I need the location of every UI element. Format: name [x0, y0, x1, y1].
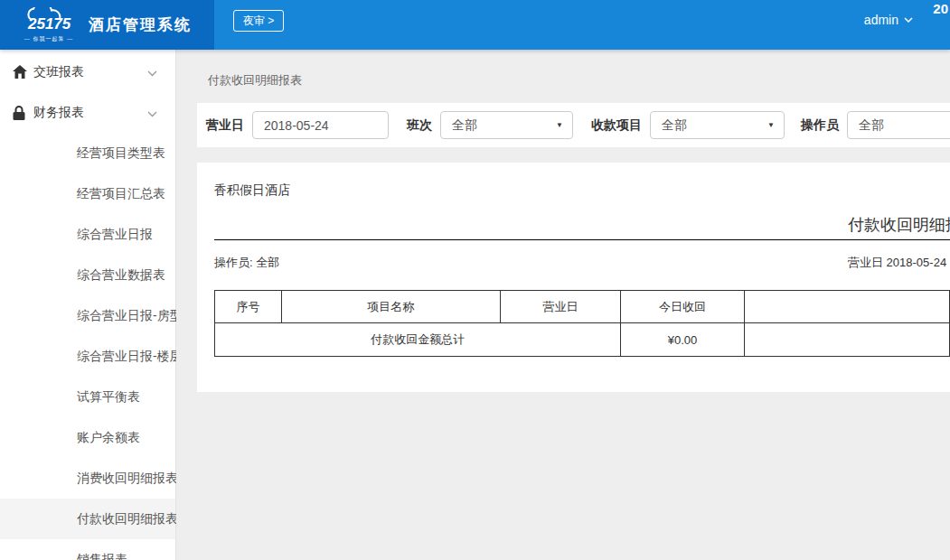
- sidebar-group-finance-reports[interactable]: 财务报表: [0, 92, 175, 133]
- report-title: 付款收回明细报表: [848, 214, 950, 236]
- sidebar-item-daily-business-report[interactable]: 综合营业日报: [0, 214, 175, 255]
- sidebar: 交班报表 财务报表 经营项目类型表 经营项目汇总表 综合营业日报 综合营业数据表…: [0, 50, 176, 560]
- payment-item-label: 收款项目: [591, 117, 642, 134]
- operator-value: 全部: [859, 117, 884, 134]
- logo: 25175 — 你我一起算 —: [20, 7, 78, 43]
- total-today-amount-cell: ¥0.00: [621, 323, 744, 357]
- sidebar-item-sales-report[interactable]: 销售报表: [0, 539, 175, 560]
- home-icon: [13, 65, 29, 79]
- logo-subtext: — 你我一起算 —: [24, 35, 73, 43]
- report-card: 香积假日酒店 付款收回明细报表 操作员: 全部 营业日 2018-05-24 序…: [197, 163, 950, 392]
- operator-label: 操作员: [801, 117, 839, 134]
- business-day-value: 2018-05-24: [264, 118, 329, 133]
- sidebar-item-business-data-report[interactable]: 综合营业数据表: [0, 255, 175, 295]
- report-table: 序号 项目名称 营业日 今日收回 付款收回金额总计 ¥0.00: [214, 290, 950, 357]
- business-day-label: 营业日: [206, 117, 244, 134]
- report-operator-line: 操作员: 全部: [214, 255, 279, 271]
- sidebar-group-label: 交班报表: [33, 64, 147, 80]
- sidebar-item-daily-report-floor[interactable]: 综合营业日报-楼层: [0, 336, 175, 377]
- user-menu-label: admin: [864, 13, 898, 27]
- payment-item-value: 全部: [662, 117, 687, 134]
- payment-item-select[interactable]: 全部 ▼: [650, 111, 785, 139]
- total-label-cell: 付款收回金额总计: [215, 323, 621, 357]
- shift-label: 班次: [407, 117, 432, 134]
- sidebar-item-project-type-report[interactable]: 经营项目类型表: [0, 133, 175, 173]
- header-item-name: 项目名称: [281, 291, 500, 323]
- hotel-name: 香积假日酒店: [214, 182, 290, 199]
- night-audit-button[interactable]: 夜审 >: [233, 10, 284, 32]
- filter-bar: 营业日 2018-05-24 班次 全部 ▼ 收款项目 全部 ▼ 操作员 全部 …: [197, 103, 950, 147]
- app-title: 酒店管理系统: [89, 14, 192, 35]
- total-clipped-cell: [744, 323, 949, 357]
- page-title: 付款收回明细报表: [208, 72, 950, 89]
- report-business-day-line: 营业日 2018-05-24: [848, 255, 946, 271]
- logo-text: 25175: [27, 15, 71, 33]
- chevron-down-icon: [147, 106, 157, 120]
- top-header: 25175 — 你我一起算 — 酒店管理系统 夜审 > admin 20: [0, 0, 950, 50]
- sidebar-item-account-balance-report[interactable]: 账户余额表: [0, 417, 175, 458]
- select-arrow-icon: ▼: [767, 121, 775, 129]
- sidebar-item-trial-balance-report[interactable]: 试算平衡表: [0, 377, 175, 417]
- main-content: 付款收回明细报表 营业日 2018-05-24 班次 全部 ▼ 收款项目 全部 …: [176, 50, 950, 560]
- shift-select[interactable]: 全部 ▼: [440, 111, 573, 139]
- sidebar-item-project-summary-report[interactable]: 经营项目汇总表: [0, 173, 175, 214]
- chevron-down-icon: [147, 65, 157, 79]
- sidebar-group-shift-reports[interactable]: 交班报表: [0, 51, 175, 92]
- header-today-recovered: 今日收回: [621, 291, 744, 323]
- header-seq: 序号: [215, 291, 282, 323]
- header-business-day: 营业日: [500, 291, 621, 323]
- sidebar-item-daily-report-roomtype[interactable]: 综合营业日报-房型: [0, 295, 175, 336]
- sidebar-item-consumption-recovery-report[interactable]: 消费收回明细报表: [0, 458, 175, 499]
- corner-clipped-text: 20: [933, 1, 948, 16]
- cloud-logo-icon: 25175: [20, 7, 78, 34]
- sidebar-item-payment-recovery-report[interactable]: 付款收回明细报表: [0, 499, 175, 539]
- chevron-down-icon: [904, 17, 913, 23]
- lock-icon: [13, 106, 29, 120]
- report-divider: [214, 239, 950, 240]
- table-header-row: 序号 项目名称 营业日 今日收回: [215, 291, 950, 323]
- operator-select[interactable]: 全部 ▼: [847, 111, 950, 139]
- table-total-row: 付款收回金额总计 ¥0.00: [215, 323, 950, 357]
- shift-value: 全部: [452, 117, 477, 134]
- header-clipped: [744, 291, 949, 323]
- user-menu[interactable]: admin: [864, 13, 913, 27]
- business-day-input[interactable]: 2018-05-24: [252, 111, 389, 139]
- select-arrow-icon: ▼: [556, 121, 563, 129]
- brand-area: 25175 — 你我一起算 — 酒店管理系统: [0, 0, 214, 50]
- sidebar-group-label: 财务报表: [33, 105, 147, 121]
